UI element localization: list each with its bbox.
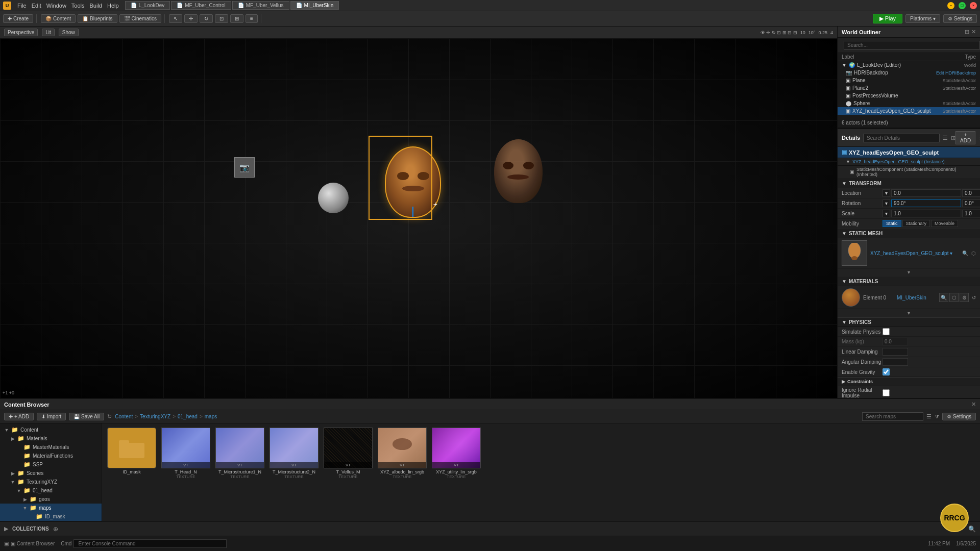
breadcrumb-texturingxyz[interactable]: TexturingXYZ [140,414,170,419]
linear-damping-input[interactable]: 0.01 [883,348,908,356]
outliner-close-icon[interactable]: ✕ [971,29,976,35]
menu-tools[interactable]: Tools [71,3,85,9]
tab-uber-vellus[interactable]: 📄MF_Uber_Vellus [232,1,289,10]
simulate-physics-checkbox[interactable] [883,328,890,335]
tab-uber-control[interactable]: 📄MF_Uber_Control [171,1,231,10]
restore-button[interactable]: □ [959,2,966,9]
content-browser-toggle[interactable]: ▣ ▣ Content Browser [4,541,55,546]
tab-lookdev[interactable]: 📄L_LookDev [125,1,170,10]
cb-view-icon[interactable]: ☰ [926,413,932,420]
details-grid-icon[interactable]: ⊞ [951,135,955,141]
asset-t-micro1-n[interactable]: VT T_Microstructure1_N TEXTURE [214,428,265,479]
instance-row[interactable]: ▼XYZ_headEyesOpen_GEO_sculpt (Instance) [838,158,980,166]
cb-filter-icon[interactable]: ⧩ [935,413,939,420]
close-button[interactable]: × [970,2,977,9]
rotate-tool[interactable]: ↻ [200,14,213,23]
materials-section-header[interactable]: ▼ MATERIALS [838,277,980,286]
breadcrumb-maps[interactable]: maps [205,414,217,419]
tree-item-idmask[interactable]: 📁ID_mask [0,512,102,521]
scale-x[interactable] [891,210,961,217]
mat-browse-icon[interactable]: ⬡ [949,293,959,302]
outliner-add-icon[interactable]: ⊞ [965,29,969,35]
asset-t-head-n[interactable]: VT T_Head_N TEXTURE [160,428,211,479]
tree-item-materialfunctions[interactable]: 📁MaterialFunctions [0,452,102,460]
scale-tool[interactable]: ⊡ [215,14,228,23]
outliner-item-postprocess[interactable]: ▣PostProcessVolume [838,92,980,99]
menu-window[interactable]: Window [46,3,66,9]
tab-uberskin[interactable]: 📄MI_UberSkin [290,1,339,10]
tree-item-01head[interactable]: ▼📁01_head [0,486,102,495]
tree-item-geos[interactable]: ▶📁geos [0,495,102,504]
outliner-item-hdri[interactable]: 📷HDRIBackdrop Edit HDRIBackdrop [838,69,980,77]
cb-add-button[interactable]: ✚ + ADD [4,413,34,420]
details-options-icon[interactable]: ⋮ [977,135,980,141]
details-add-button[interactable]: + ADD [955,131,975,144]
ignore-radial-checkbox[interactable] [883,389,890,396]
static-mesh-section-header[interactable]: ▼ STATIC MESH [838,229,980,238]
location-x[interactable] [891,189,961,197]
cb-import-button[interactable]: ⬇ Import [37,413,66,420]
menu-build[interactable]: Build [90,3,102,9]
rotation-dropdown[interactable]: ▾ [883,199,890,207]
tree-item-scenes[interactable]: ▶📁Scenes [0,469,102,478]
mat-search-icon[interactable]: 🔍 [939,293,948,302]
select-tool[interactable]: ↖ [169,14,182,23]
menu-file[interactable]: File [17,3,27,9]
asset-xyz-utility[interactable]: VT XYZ_utility_lin_srgb TEXTURE [431,428,482,479]
asset-t-vellus-m[interactable]: VT T_Vellus_M TEXTURE [323,428,374,479]
minimize-button[interactable]: − [947,2,954,9]
outliner-search-input[interactable] [844,41,980,49]
outliner-item-sphere[interactable]: ⬤Sphere StaticMeshActor [838,99,980,107]
asset-t-micro2-n[interactable]: VT T_Microstructure2_N TEXTURE [268,428,320,479]
outliner-item-plane2[interactable]: ▣Plane2 StaticMeshActor [838,84,980,92]
mass-input[interactable] [883,338,908,345]
scale-dropdown[interactable]: ▾ [883,210,890,217]
outliner-item-lookdev[interactable]: ▼🌍L_LookDev (Editor) World [838,61,980,69]
tree-item-content[interactable]: ▼📁Content [0,425,102,434]
mesh-expand-arrow[interactable]: ▾ [908,269,910,275]
component-row[interactable]: ▣StaticMeshComponent (StaticMeshComponen… [838,166,980,179]
cb-refresh-icon[interactable]: ↻ [107,413,112,420]
tree-item-texturingxyz[interactable]: ▼📁TexturingXYZ [0,478,102,486]
breadcrumb-01head[interactable]: 01_head [178,414,198,419]
details-search-input[interactable] [863,134,940,142]
angular-damping-input[interactable]: 0.0 [883,358,908,366]
mat-reset-icon[interactable]: ↺ [972,295,976,300]
viewport[interactable]: Perspective Lit Show 👁 ✛ ↻ ⊡ ⊞ ⊟ ⊟ 10 10… [0,27,837,398]
mesh-search-icon[interactable]: 🔍 [962,251,968,256]
outliner-item-plane[interactable]: ▣Plane StaticMeshActor [838,77,980,84]
content-button[interactable]: 📦 Content [41,14,76,23]
content-browser-close-icon[interactable]: ✕ [971,401,976,408]
tree-item-maps[interactable]: ▼📁maps [0,504,102,512]
tree-item-materials[interactable]: ▶📁Materials [0,434,102,443]
move-tool[interactable]: ✛ [184,14,198,23]
settings-button[interactable]: ⚙ Settings [943,14,977,23]
scale-y[interactable] [962,210,980,217]
cb-settings-button[interactable]: ⚙ Settings [942,413,976,420]
perspective-button[interactable]: Perspective [4,29,38,36]
details-list-icon[interactable]: ☰ [943,135,948,141]
play-button[interactable]: ▶ Play [873,14,902,23]
mesh-name[interactable]: XYZ_headEyesOpen_GEO_sculpt ▾ [870,251,959,256]
mat-settings-icon[interactable]: ⚙ [960,293,969,302]
mobility-moveable[interactable]: Moveable [931,220,958,227]
collections-add-icon[interactable]: ⊕ [53,525,58,533]
breadcrumb-content[interactable]: Content [115,414,133,419]
location-dropdown[interactable]: ▾ [883,189,890,197]
enable-gravity-checkbox[interactable] [883,368,890,375]
mobility-static[interactable]: Static [883,220,901,227]
physics-section-header[interactable]: ▼ PHYSICS [838,317,980,327]
menu-edit[interactable]: Edit [32,3,41,9]
brush-tool[interactable]: ≡ [246,14,258,23]
lit-button[interactable]: Lit [42,29,55,36]
show-button[interactable]: Show [59,29,79,36]
mobility-stationary[interactable]: Stationary [902,220,930,227]
outliner-item-xyz-head[interactable]: ▣XYZ_headEyesOpen_GEO_sculpt StaticMeshA… [838,107,980,115]
console-input[interactable] [74,539,227,548]
platforms-button[interactable]: Platforms ▾ [905,14,940,23]
asset-xyz-albedo[interactable]: VT XYZ_albedo_lin_srgb TEXTURE [377,428,428,479]
cb-save-all-button[interactable]: 💾 Save All [69,413,104,420]
cinematics-button[interactable]: 🎬 Cinematics [119,14,161,23]
create-button[interactable]: ✚ Create [3,14,33,23]
location-y[interactable] [962,189,980,197]
